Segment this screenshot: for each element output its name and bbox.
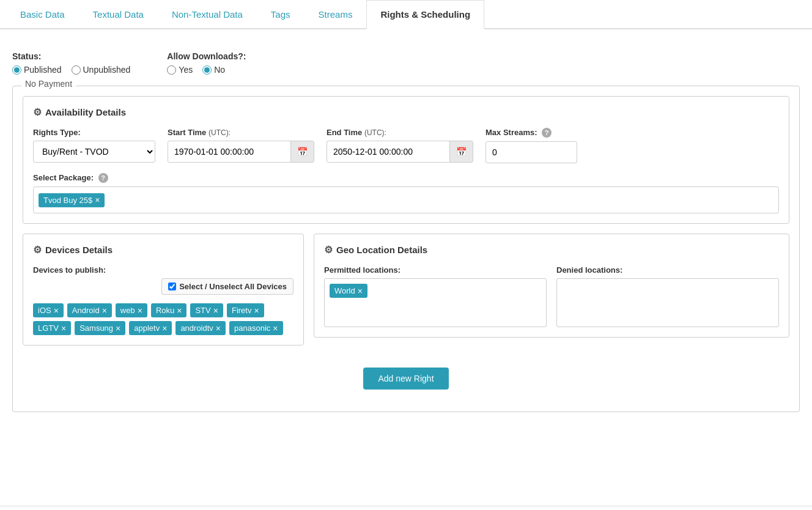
device-tag-lgtv[interactable]: LGTV × xyxy=(33,321,71,335)
package-tag-tvod[interactable]: Tvod Buy 25$ × xyxy=(39,193,105,207)
device-tag-android[interactable]: Android × xyxy=(67,303,112,317)
devices-card: ⚙ Devices Details Devices to publish: Se… xyxy=(23,234,304,346)
device-tag-lgtv-remove[interactable]: × xyxy=(61,324,66,333)
devices-to-publish-label: Devices to publish: xyxy=(33,265,293,275)
downloads-yes-radio[interactable] xyxy=(167,65,176,75)
max-streams-input[interactable] xyxy=(485,141,577,163)
rights-type-group: Rights Type: Buy/Rent - TVOD SVOD AVOD F… xyxy=(33,128,155,163)
end-time-label: End Time (UTC): xyxy=(327,128,473,137)
max-streams-group: Max Streams: ? xyxy=(485,128,577,163)
start-time-group: Start Time (UTC): 📅 xyxy=(168,128,314,163)
device-tag-panasonic[interactable]: panasonic × xyxy=(229,321,282,335)
geo-tag-world-label: World xyxy=(334,286,355,295)
device-tag-stv[interactable]: STV × xyxy=(190,303,223,317)
device-tag-stv-remove[interactable]: × xyxy=(213,306,218,315)
device-tag-roku-remove[interactable]: × xyxy=(177,306,182,315)
published-label: Published xyxy=(24,65,62,75)
device-tag-web[interactable]: web × xyxy=(116,303,147,317)
denied-col: Denied locations: xyxy=(556,265,779,327)
unpublished-radio[interactable] xyxy=(72,65,81,75)
device-tag-panasonic-remove[interactable]: × xyxy=(273,324,278,333)
geo-col: ⚙ Geo Location Details Permitted locatio… xyxy=(314,234,789,355)
device-tag-android-remove[interactable]: × xyxy=(102,306,107,315)
device-tag-appletv[interactable]: appletv × xyxy=(129,321,172,335)
bottom-two-col: ⚙ Devices Details Devices to publish: Se… xyxy=(23,234,789,355)
select-all-checkbox[interactable] xyxy=(168,283,176,290)
start-time-input-wrapper: 📅 xyxy=(168,141,314,163)
package-input-box[interactable]: Tvod Buy 25$ × xyxy=(33,187,779,213)
tab-textual-data[interactable]: Textual Data xyxy=(79,0,158,28)
published-radio[interactable] xyxy=(12,65,21,75)
end-time-input[interactable] xyxy=(327,141,449,162)
tab-rights-scheduling[interactable]: Rights & Scheduling xyxy=(366,0,484,29)
downloads-yes-option[interactable]: Yes xyxy=(167,65,193,75)
no-payment-section: No Payment ⚙ Availability Details Rights… xyxy=(12,86,800,412)
device-tag-firetv-remove[interactable]: × xyxy=(254,306,259,315)
select-all-label[interactable]: Select / Unselect All Devices xyxy=(161,278,293,295)
package-group: Select Package: ? Tvod Buy 25$ × xyxy=(33,173,779,213)
downloads-no-radio[interactable] xyxy=(202,65,212,75)
devices-col: ⚙ Devices Details Devices to publish: Se… xyxy=(23,234,304,355)
tab-basic-data[interactable]: Basic Data xyxy=(6,0,79,28)
devices-gear-icon: ⚙ xyxy=(33,244,42,256)
denied-locations-box[interactable] xyxy=(556,278,779,327)
max-streams-help-icon[interactable]: ? xyxy=(542,128,552,138)
tab-streams[interactable]: Streams xyxy=(304,0,367,28)
denied-label: Denied locations: xyxy=(556,265,779,275)
rights-type-select[interactable]: Buy/Rent - TVOD SVOD AVOD Free xyxy=(33,141,155,163)
geo-card: ⚙ Geo Location Details Permitted locatio… xyxy=(314,234,789,338)
geo-row: Permitted locations: World × Denied loca… xyxy=(324,265,779,327)
unpublished-option[interactable]: Unpublished xyxy=(72,65,131,75)
availability-gear-icon: ⚙ xyxy=(33,106,42,118)
start-time-label: Start Time (UTC): xyxy=(168,128,314,137)
downloads-yes-label: Yes xyxy=(179,65,193,75)
status-label: Status: xyxy=(12,51,130,61)
rights-type-label: Rights Type: xyxy=(33,128,155,137)
device-tag-androidtv[interactable]: androidtv × xyxy=(175,321,226,335)
end-time-calendar-button[interactable]: 📅 xyxy=(449,141,473,162)
end-time-group: End Time (UTC): 📅 xyxy=(327,128,473,163)
unpublished-label: Unpublished xyxy=(83,65,131,75)
devices-title: ⚙ Devices Details xyxy=(33,244,293,256)
published-option[interactable]: Published xyxy=(12,65,62,75)
package-help-icon[interactable]: ? xyxy=(98,173,108,183)
package-tag-label: Tvod Buy 25$ xyxy=(43,196,92,205)
permitted-locations-box[interactable]: World × xyxy=(324,278,547,327)
device-tag-web-remove[interactable]: × xyxy=(138,306,142,315)
downloads-label: Allow Downloads?: xyxy=(167,51,246,61)
geo-title: ⚙ Geo Location Details xyxy=(324,244,779,256)
max-streams-label: Max Streams: ? xyxy=(485,128,577,138)
add-right-row: Add new Right xyxy=(23,368,789,390)
end-time-input-wrapper: 📅 xyxy=(327,141,473,163)
device-tag-samsung-remove[interactable]: × xyxy=(116,324,120,333)
package-label: Select Package: ? xyxy=(33,173,779,183)
tab-non-textual-data[interactable]: Non-Textual Data xyxy=(158,0,257,28)
select-all-row: Select / Unselect All Devices xyxy=(33,278,293,295)
device-tag-appletv-remove[interactable]: × xyxy=(162,324,167,333)
select-all-text: Select / Unselect All Devices xyxy=(179,282,287,291)
device-tag-ios-remove[interactable]: × xyxy=(54,306,59,315)
device-tag-samsung[interactable]: Samsung × xyxy=(75,321,125,335)
availability-title: ⚙ Availability Details xyxy=(33,106,779,118)
device-tag-roku[interactable]: Roku × xyxy=(151,303,187,317)
device-tag-androidtv-remove[interactable]: × xyxy=(216,324,221,333)
permitted-col: Permitted locations: World × xyxy=(324,265,547,327)
geo-tag-world-remove[interactable]: × xyxy=(358,287,363,295)
start-time-input[interactable] xyxy=(168,141,290,162)
device-tag-firetv[interactable]: Firetv × xyxy=(227,303,264,317)
main-content: Status: Published Unpublished Allow Down… xyxy=(0,29,812,506)
tab-tags[interactable]: Tags xyxy=(257,0,304,28)
tabs-bar: Basic Data Textual Data Non-Textual Data… xyxy=(0,0,812,29)
no-payment-title: No Payment xyxy=(21,79,76,89)
add-right-button[interactable]: Add new Right xyxy=(363,368,448,390)
downloads-no-option[interactable]: No xyxy=(202,65,225,75)
package-tag-remove[interactable]: × xyxy=(95,196,100,204)
devices-to-publish-group: Devices to publish: Select / Unselect Al… xyxy=(33,265,293,335)
geo-tag-world[interactable]: World × xyxy=(330,284,367,298)
status-radio-group: Published Unpublished xyxy=(12,65,130,75)
start-time-calendar-button[interactable]: 📅 xyxy=(290,141,314,162)
availability-card: ⚙ Availability Details Rights Type: Buy/… xyxy=(23,96,789,224)
geo-gear-icon: ⚙ xyxy=(324,244,333,256)
downloads-group: Allow Downloads?: Yes No xyxy=(167,51,246,75)
device-tag-ios[interactable]: iOS × xyxy=(33,303,64,317)
